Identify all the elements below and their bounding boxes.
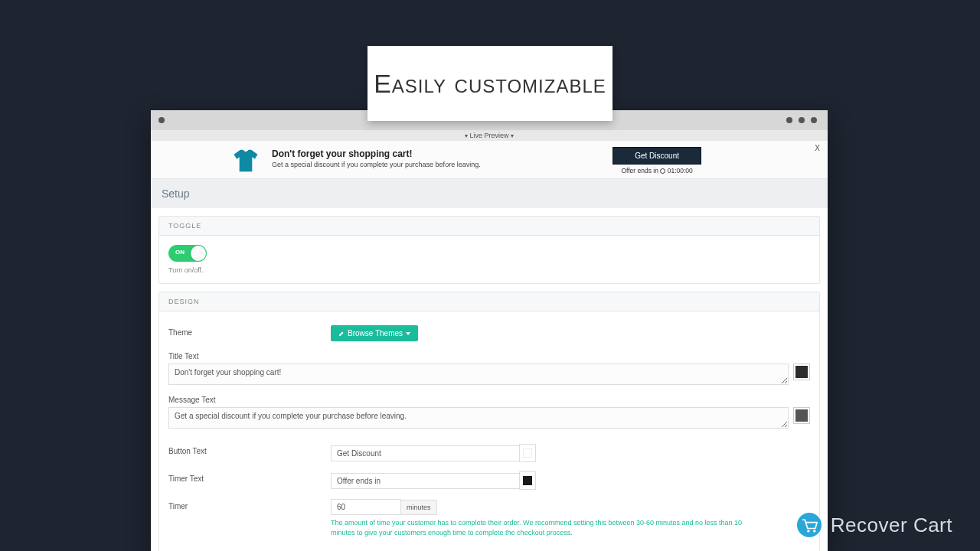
message-text-label: Message Text xyxy=(168,396,810,404)
timer-label: Timer xyxy=(168,499,331,510)
toggle-hint: Turn on/off. xyxy=(168,266,810,274)
svg-point-2 xyxy=(807,530,809,532)
color-swatch-inner xyxy=(795,409,808,422)
pencil-icon xyxy=(338,331,345,337)
toggle-state-label: ON xyxy=(175,249,185,256)
title-text-color-picker[interactable] xyxy=(793,364,810,380)
timer-unit-label: minutes xyxy=(401,500,437,515)
tshirt-icon xyxy=(231,146,260,178)
live-preview-label: Live Preview xyxy=(469,132,508,139)
offer-ends-label: Offer ends in xyxy=(621,167,658,174)
section-header-toggle: TOGGLE xyxy=(159,217,819,236)
chevron-down-icon: ▾ xyxy=(511,132,514,139)
toggle-knob xyxy=(191,246,206,261)
preview-title: Don't forget your shopping cart! xyxy=(272,148,481,159)
clock-icon xyxy=(660,168,665,174)
toggle-section: TOGGLE ON Turn on/off. xyxy=(158,216,820,284)
color-swatch-inner xyxy=(523,448,532,458)
chevron-down-icon: ▾ xyxy=(465,132,468,139)
caret-down-icon xyxy=(406,332,410,335)
design-section: DESIGN Theme Browse Themes Title Text xyxy=(158,292,820,551)
section-header-design: DESIGN xyxy=(159,292,819,311)
timer-text-input[interactable] xyxy=(331,473,519,489)
close-icon[interactable]: X xyxy=(815,144,820,152)
message-text-color-picker[interactable] xyxy=(793,407,810,424)
brand-name: Recover Cart xyxy=(831,514,952,537)
preview-panel: X Don't forget your shopping cart! Get a… xyxy=(151,141,828,179)
app-window: ▾ Live Preview ▾ X Don't forget your sho… xyxy=(151,110,828,551)
window-dot-icon xyxy=(158,117,165,123)
button-text-label: Button Text xyxy=(168,444,331,455)
color-swatch-inner xyxy=(523,476,532,485)
timer-text-color-picker[interactable] xyxy=(519,471,536,490)
offer-ends-value: 01:00:00 xyxy=(668,167,693,174)
get-discount-button[interactable]: Get Discount xyxy=(612,147,701,165)
window-dot-icon xyxy=(811,117,817,123)
timer-text-label: Timer Text xyxy=(168,471,331,483)
window-dot-icon xyxy=(799,117,805,123)
page-title: Setup xyxy=(151,179,828,208)
button-text-input[interactable] xyxy=(331,445,519,461)
timer-value-input[interactable] xyxy=(331,499,401,515)
svg-point-3 xyxy=(813,530,815,532)
enable-toggle[interactable]: ON xyxy=(168,245,207,262)
color-swatch-inner xyxy=(795,366,808,378)
brand-badge: Recover Cart xyxy=(795,511,952,539)
title-text-input[interactable] xyxy=(168,364,789,385)
preview-subtitle: Get a special discount if you complete y… xyxy=(272,161,481,168)
window-dot-icon xyxy=(786,117,792,123)
theme-label: Theme xyxy=(168,325,331,337)
button-text-color-picker[interactable] xyxy=(519,444,536,462)
browse-themes-button[interactable]: Browse Themes xyxy=(331,325,418,341)
hero-card: Easily customizable xyxy=(368,46,612,121)
message-text-input[interactable] xyxy=(168,407,789,429)
cart-icon xyxy=(795,511,823,539)
hero-title: Easily customizable xyxy=(374,69,606,99)
browse-themes-label: Browse Themes xyxy=(348,329,403,337)
offer-ends-text: Offer ends in 01:00:00 xyxy=(612,167,701,174)
timer-helper-text: The amount of time your customer has to … xyxy=(331,518,760,537)
live-preview-bar: ▾ Live Preview ▾ xyxy=(151,130,828,141)
title-text-label: Title Text xyxy=(168,352,810,360)
